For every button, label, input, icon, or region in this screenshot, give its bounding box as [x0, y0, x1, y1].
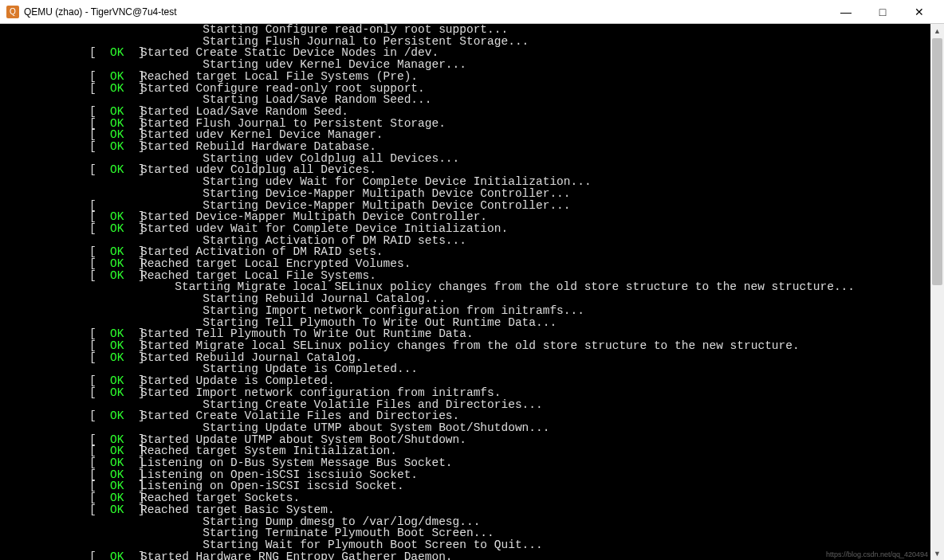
status-col: [89, 317, 140, 329]
message-text: Started udev Coldplug all Devices.: [140, 164, 376, 176]
message-text: Starting Migrate local SELinux policy ch…: [112, 281, 855, 293]
scroll-down-button[interactable]: ▼: [930, 546, 944, 560]
message-text: Started Configure read-only root support…: [140, 83, 425, 95]
status-col: [89, 94, 140, 106]
close-button[interactable]: ✕: [901, 0, 938, 24]
status-col: [89, 281, 112, 293]
message-text: Starting Create Volatile Files and Direc…: [140, 399, 543, 411]
window-controls: ― □ ✕: [828, 0, 938, 24]
boot-line: [ OK ] Reached target Sockets.: [89, 492, 855, 504]
status-col: [ OK ]: [89, 270, 140, 282]
boot-line: [ OK ] Started udev Kernel Device Manage…: [89, 129, 855, 141]
scroll-up-button[interactable]: ▲: [930, 24, 944, 37]
status-col: [89, 399, 140, 411]
message-text: Started Create Volatile Files and Direct…: [140, 410, 459, 422]
status-col: [ OK ]: [89, 328, 140, 340]
message-text: Starting Device-Mapper Multipath Device …: [140, 188, 571, 200]
boot-line: Starting Flush Journal to Persistent Sto…: [89, 36, 855, 48]
message-text: Starting udev Coldplug all Devices...: [140, 153, 459, 165]
boot-line: Starting Tell Plymouth To Write Out Runt…: [89, 317, 855, 329]
status-col: [89, 363, 140, 375]
message-text: Starting Update is Completed...: [140, 363, 418, 375]
status-col: [89, 235, 140, 247]
boot-line: [ OK ] Started Update is Completed.: [89, 375, 855, 387]
message-text: Starting Flush Journal to Persistent Sto…: [140, 36, 529, 48]
status-col: [ OK ]: [89, 340, 140, 352]
boot-line: [ OK ] Started Device-Mapper Multipath D…: [89, 211, 855, 223]
titlebar[interactable]: Q QEMU (zhao) - TigerVNC@7u4-test ― □ ✕: [0, 0, 944, 24]
message-text: Started Rebuild Journal Catalog.: [140, 352, 362, 364]
boot-line: [ OK ] Started Flush Journal to Persiste…: [89, 118, 855, 130]
status-col: [ OK ]: [89, 480, 140, 492]
boot-line: Starting Wait for Plymouth Boot Screen t…: [89, 539, 855, 551]
message-text: Reached target Local File Systems.: [140, 270, 376, 282]
status-col: [ OK ]: [89, 492, 140, 504]
boot-line: [ OK ] Started Migrate local SELinux pol…: [89, 340, 855, 352]
message-text: Started Migrate local SELinux policy cha…: [140, 340, 800, 352]
status-col: [ OK ]: [89, 118, 140, 130]
status-col: [ OK ]: [89, 434, 140, 446]
boot-line: [ OK ] Listening on Open-iSCSI iscsiuio …: [89, 469, 855, 481]
status-col: [ OK ]: [89, 258, 140, 270]
message-text: Starting Tell Plymouth To Write Out Runt…: [140, 317, 557, 329]
boot-line: Starting Dump dmesg to /var/log/dmesg...: [89, 516, 855, 528]
message-text: Listening on D-Bus System Message Bus So…: [140, 457, 453, 469]
message-text: Starting udev Wait for Complete Device I…: [140, 176, 592, 188]
boot-line: Starting Rebuild Journal Catalog...: [89, 293, 855, 305]
maximize-button[interactable]: □: [864, 0, 901, 24]
status-col: [ OK ]: [89, 375, 140, 387]
status-col: [ OK ]: [89, 83, 140, 95]
message-text: Started Activation of DM RAID sets.: [140, 246, 384, 258]
watermark-text: https://blog.csdn.net/qq_420494: [826, 550, 928, 558]
boot-line: Starting Create Volatile Files and Direc…: [89, 399, 855, 411]
boot-line: [ OK ] Started udev Wait for Complete De…: [89, 223, 855, 235]
status-col: [ OK ]: [89, 469, 140, 481]
status-col: [89, 36, 140, 48]
status-col: [89, 422, 140, 434]
vertical-scrollbar[interactable]: ▲ ▼: [930, 24, 944, 560]
message-text: Started Hardware RNG Entropy Gatherer Da…: [140, 551, 453, 560]
message-text: Reached target Local File Systems (Pre).: [140, 71, 418, 83]
message-text: Starting Dump dmesg to /var/log/dmesg...: [140, 516, 480, 528]
status-col: [ OK ]: [89, 71, 140, 83]
status-col: [89, 539, 140, 551]
boot-line: Starting Update UTMP about System Boot/S…: [89, 422, 855, 434]
minimize-button[interactable]: ―: [828, 0, 864, 24]
window-title: QEMU (zhao) - TigerVNC@7u4-test: [24, 6, 828, 18]
status-col: [89, 176, 140, 188]
message-text: Started Import network configuration fro…: [140, 387, 501, 399]
status-col: [89, 305, 140, 317]
status-col: [89, 188, 140, 200]
message-text: Reached target Sockets.: [140, 492, 300, 504]
boot-line: [ OK ] Reached target Local File Systems…: [89, 71, 855, 83]
status-col: [ OK ]: [89, 211, 140, 223]
status-col: [ OK ]: [89, 246, 140, 258]
message-text: Starting Update UTMP about System Boot/S…: [140, 422, 549, 434]
status-col: [ OK ]: [89, 457, 140, 469]
boot-line: [ OK ] Started Rebuild Journal Catalog.: [89, 352, 855, 364]
message-text: Listening on Open-iSCSI iscsiuio Socket.: [140, 469, 418, 481]
boot-line: Starting udev Coldplug all Devices...: [89, 153, 855, 165]
status-col: [ OK ]: [89, 129, 140, 141]
status-col: [89, 527, 140, 539]
scroll-thumb[interactable]: [932, 38, 942, 285]
status-col: [89, 24, 140, 36]
message-text: Started Create Static Device Nodes in /d…: [140, 47, 439, 59]
boot-line: [ OK ] Started Hardware RNG Entropy Gath…: [89, 551, 855, 560]
app-window: Q QEMU (zhao) - TigerVNC@7u4-test ― □ ✕ …: [0, 0, 944, 560]
message-text: Listening on Open-iSCSI iscsid Socket.: [140, 480, 404, 492]
status-col: [ OK ]: [89, 223, 140, 235]
client-area: Starting Configure read-only root suppor…: [0, 24, 944, 560]
boot-line: [ OK ] Started Activation of DM RAID set…: [89, 246, 855, 258]
status-col: [ OK ]: [89, 504, 140, 516]
message-text: Started Device-Mapper Multipath Device C…: [140, 211, 487, 223]
boot-line: [ OK ] Started udev Coldplug all Devices…: [89, 164, 855, 176]
status-col: [ OK ]: [89, 551, 140, 560]
message-text: Starting Rebuild Journal Catalog...: [140, 293, 446, 305]
terminal-output: Starting Configure read-only root suppor…: [89, 24, 855, 560]
message-text: Started Update UTMP about System Boot/Sh…: [140, 434, 466, 446]
boot-line: Starting Configure read-only root suppor…: [89, 24, 855, 36]
message-text: Started udev Kernel Device Manager.: [140, 129, 384, 141]
status-col: [89, 516, 140, 528]
boot-line: [ OK ] Reached target Local Encrypted Vo…: [89, 258, 855, 270]
